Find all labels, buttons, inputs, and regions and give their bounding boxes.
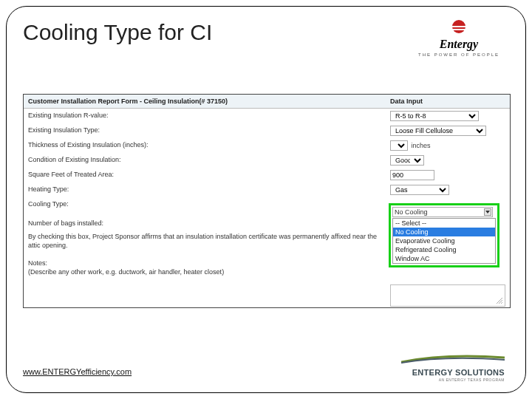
footer-url-link[interactable]: www.ENTERGYefficiency.com <box>23 367 132 376</box>
row-ins-type: Existing Insulation Type: Loose Fill Cel… <box>24 123 510 138</box>
slide-frame: Cooling Type for CI Entergy THE POWER OF… <box>6 6 526 393</box>
select-cooling[interactable]: No Cooling <box>392 207 493 217</box>
label-condition: Condition of Existing Insulation: <box>28 155 390 166</box>
form-screenshot: Customer Installation Report Form - Ceil… <box>23 94 511 308</box>
resize-grip-icon <box>495 296 502 304</box>
slide-title: Cooling Type for CI <box>23 20 212 45</box>
svg-rect-1 <box>449 26 468 27</box>
select-ins-type[interactable]: Loose Fill Cellulose <box>390 126 486 136</box>
cooling-highlight-box: No Cooling -- Select -- No Cooling Evapo… <box>389 203 499 267</box>
label-sqft: Square Feet of Treated Area: <box>28 170 390 180</box>
select-heating[interactable]: Gas <box>390 185 449 195</box>
swoosh-icon <box>401 353 505 364</box>
solutions-subtext: AN ENTERGY TEXAS PROGRAM <box>401 378 505 382</box>
chevron-down-icon[interactable] <box>484 208 491 216</box>
label-bags: Number of bags installed: <box>28 219 390 228</box>
cooling-option-select[interactable]: -- Select -- <box>393 219 495 228</box>
form-body: Existing Insulation R-value: R-5 to R-8 … <box>24 109 510 307</box>
cooling-option-windowac[interactable]: Window AC <box>393 254 495 263</box>
entergy-logo: Entergy THE POWER OF PEOPLE <box>415 17 503 57</box>
row-heating: Heating Type: Gas <box>24 183 510 197</box>
cooling-options-list: -- Select -- No Cooling Evaporative Cool… <box>392 218 496 264</box>
select-condition[interactable]: Good <box>390 155 424 166</box>
label-heating: Heating Type: <box>28 185 390 195</box>
row-condition: Condition of Existing Insulation: Good <box>24 153 510 168</box>
svg-line-5 <box>501 302 502 304</box>
notes-textarea[interactable] <box>390 284 505 307</box>
select-r-value[interactable]: R-5 to R-8 <box>390 111 479 121</box>
entergy-tagline: THE POWER OF PEOPLE <box>415 52 503 57</box>
row-thickness: Thickness of Existing Insulation (inches… <box>24 138 510 153</box>
label-ins-type: Existing Insulation Type: <box>28 126 390 136</box>
cooling-option-nocooling[interactable]: No Cooling <box>393 228 495 236</box>
row-sqft: Square Feet of Treated Area: <box>24 168 510 183</box>
label-r-value: Existing Insulation R-value: <box>28 111 390 121</box>
row-r-value: Existing Insulation R-value: R-5 to R-8 <box>24 109 510 123</box>
select-cooling-value: No Cooling <box>395 208 428 216</box>
entergy-solutions-logo: ENTERGY SOLUTIONS AN ENTERGY TEXAS PROGR… <box>401 353 505 382</box>
label-thickness: Thickness of Existing Insulation (inches… <box>28 140 390 151</box>
input-sqft[interactable] <box>390 170 434 180</box>
label-inches-suffix: inches <box>412 142 431 149</box>
form-header-datainput: Data Input <box>390 98 423 105</box>
label-cooling: Cooling Type: <box>28 200 390 208</box>
solutions-wordmark: ENTERGY SOLUTIONS <box>401 368 505 377</box>
label-notes: Notes: (Describe any other work, e.g. du… <box>28 259 390 276</box>
cooling-option-refrigerated[interactable]: Refrigerated Cooling <box>393 245 495 254</box>
entergy-wordmark: Entergy <box>415 38 503 51</box>
entergy-sun-icon <box>449 17 468 36</box>
form-header: Customer Installation Report Form - Ceil… <box>24 95 510 109</box>
cooling-option-evaporative[interactable]: Evaporative Cooling <box>393 236 495 245</box>
label-cert: By checking this box, Project Sponsor af… <box>28 232 390 250</box>
select-thickness[interactable]: 2 <box>390 140 408 151</box>
form-header-title: Customer Installation Report Form - Ceil… <box>28 98 390 105</box>
svg-rect-2 <box>449 29 468 30</box>
